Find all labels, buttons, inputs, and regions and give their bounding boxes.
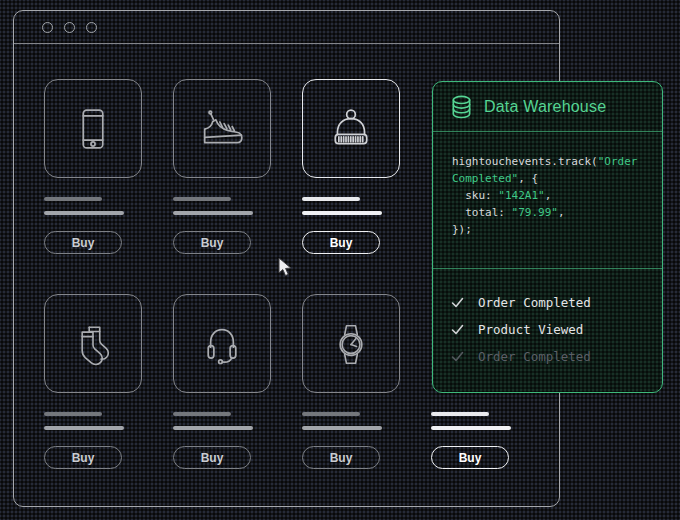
product-cell-watch: Buy xyxy=(302,294,400,469)
product-card[interactable] xyxy=(173,294,271,393)
code-line: total: "79.99", xyxy=(452,204,650,221)
product-cell-beanie: Buy xyxy=(302,79,400,254)
event-item: Order Completed xyxy=(451,289,652,316)
text-placeholder-line xyxy=(44,211,124,215)
code-line: Completed", { xyxy=(452,170,650,187)
text-placeholder-line xyxy=(302,211,382,215)
data-warehouse-header: Data Warehouse xyxy=(433,82,662,132)
beanie-icon xyxy=(325,103,377,155)
product-cell-phone: Buy xyxy=(44,79,142,254)
product-card[interactable] xyxy=(44,79,142,178)
text-placeholder-line xyxy=(44,197,102,201)
window-control-dot[interactable] xyxy=(86,22,97,33)
product-cell-socks: Buy xyxy=(44,294,142,469)
product-cell-headphones: Buy xyxy=(173,294,271,469)
checkmark-icon xyxy=(451,323,464,336)
event-label: Product Viewed xyxy=(478,322,583,337)
event-item: Product Viewed xyxy=(451,316,652,343)
text-placeholder-line xyxy=(431,426,511,430)
sneaker-icon xyxy=(196,103,248,155)
event-list: Order Completed Product Viewed Order Com… xyxy=(433,269,662,392)
smartphone-icon xyxy=(67,103,119,155)
text-placeholder-line xyxy=(431,412,489,416)
panel-title: Data Warehouse xyxy=(484,98,606,116)
event-label: Order Completed xyxy=(478,349,591,364)
checkmark-icon xyxy=(451,296,464,309)
text-placeholder-line xyxy=(173,426,253,430)
buy-button[interactable]: Buy xyxy=(302,231,380,254)
product-card[interactable] xyxy=(302,79,400,178)
buy-button[interactable]: Buy xyxy=(302,446,380,469)
text-placeholder-line xyxy=(44,412,102,416)
code-line: hightouchevents.track("Order xyxy=(452,153,650,170)
product-card[interactable] xyxy=(173,79,271,178)
text-placeholder-line xyxy=(44,426,124,430)
buy-button[interactable]: Buy xyxy=(44,231,122,254)
arrow-pointer-icon xyxy=(277,257,294,282)
code-line: sku: "142A1", xyxy=(452,187,650,204)
code-line: }); xyxy=(452,221,650,238)
buy-button[interactable]: Buy xyxy=(173,231,251,254)
event-item: Order Completed xyxy=(451,343,652,370)
text-placeholder-line xyxy=(302,197,360,201)
event-label: Order Completed xyxy=(478,295,591,310)
text-placeholder-line xyxy=(173,211,253,215)
text-placeholder-line xyxy=(302,426,382,430)
window-control-dot[interactable] xyxy=(64,22,75,33)
product-cell-sneaker: Buy xyxy=(173,79,271,254)
buy-button[interactable]: Buy xyxy=(173,446,251,469)
tracking-code-snippet: hightouchevents.track("Order Completed",… xyxy=(433,132,662,269)
product-card[interactable] xyxy=(302,294,400,393)
buy-button[interactable]: Buy xyxy=(431,446,509,469)
headset-icon xyxy=(196,318,248,370)
text-placeholder-line xyxy=(302,412,360,416)
scene: Buy Buy xyxy=(0,0,680,520)
socks-icon xyxy=(67,318,119,370)
watch-icon xyxy=(325,318,377,370)
window-titlebar xyxy=(14,11,559,44)
window-control-dot[interactable] xyxy=(42,22,53,33)
buy-button[interactable]: Buy xyxy=(44,446,122,469)
text-placeholder-line xyxy=(173,197,231,201)
text-placeholder-line xyxy=(173,412,231,416)
product-card[interactable] xyxy=(44,294,142,393)
data-warehouse-panel: Data Warehouse hightouchevents.track("Or… xyxy=(432,81,663,393)
database-icon xyxy=(450,94,473,120)
checkmark-icon xyxy=(451,350,464,363)
